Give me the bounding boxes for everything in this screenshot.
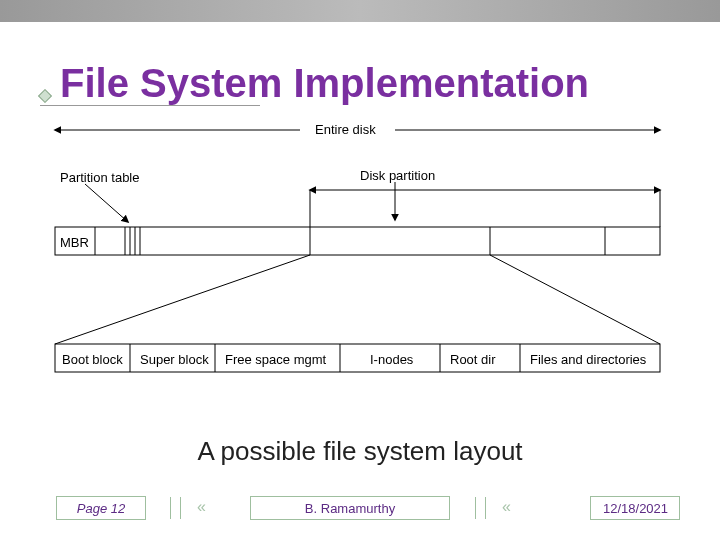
svg-line-17 (490, 255, 660, 344)
mbr-label: MBR (60, 235, 89, 250)
disk-partition-label: Disk partition (360, 168, 435, 183)
divider-icon (180, 497, 181, 519)
chevron-icon: « (502, 498, 511, 516)
title-underline (40, 105, 260, 106)
slide-date: 12/18/2021 (590, 496, 680, 520)
chevron-icon: « (197, 498, 206, 516)
filesystem-diagram (40, 112, 680, 412)
divider-icon (485, 497, 486, 519)
divider-icon (170, 497, 171, 519)
divider-icon (475, 497, 476, 519)
figure-caption: A possible file system layout (0, 436, 720, 467)
partition-table-label: Partition table (60, 170, 140, 185)
super-block-label: Super block (140, 352, 209, 367)
files-dirs-label: Files and directories (530, 352, 646, 367)
page-number: Page 12 (56, 496, 146, 520)
boot-block-label: Boot block (62, 352, 123, 367)
svg-line-11 (85, 184, 128, 222)
bullet-diamond-icon (38, 89, 52, 103)
root-dir-label: Root dir (450, 352, 496, 367)
slide-title: File System Implementation (60, 61, 589, 106)
entire-disk-label: Entire disk (315, 122, 376, 137)
author-name: B. Ramamurthy (250, 496, 450, 520)
title-bar (0, 0, 720, 22)
svg-rect-2 (55, 227, 660, 255)
inodes-label: I-nodes (370, 352, 413, 367)
svg-line-16 (55, 255, 310, 344)
free-space-label: Free space mgmt (225, 352, 326, 367)
